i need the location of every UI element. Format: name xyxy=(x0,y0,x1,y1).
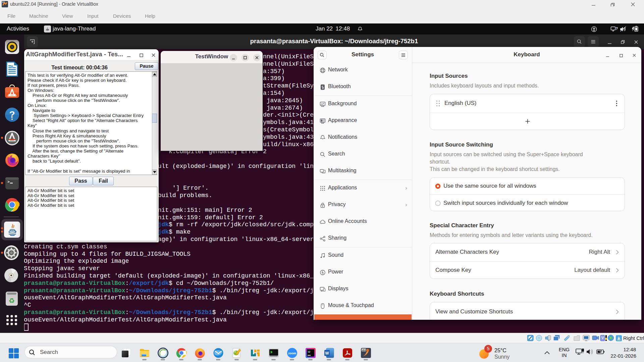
svg-text:x64: x64 xyxy=(2,1,5,3)
svg-text:V: V xyxy=(601,336,604,340)
svg-text:♻: ♻ xyxy=(9,297,15,304)
svg-text:zoom: zoom xyxy=(288,352,296,355)
svg-text:>: > xyxy=(7,180,10,184)
svg-text:W: W xyxy=(325,351,329,356)
svg-text:x64: x64 xyxy=(362,349,366,351)
svg-text:?: ? xyxy=(9,109,15,120)
svg-text:?: ? xyxy=(616,26,618,31)
svg-text:IJ: IJ xyxy=(308,350,310,353)
